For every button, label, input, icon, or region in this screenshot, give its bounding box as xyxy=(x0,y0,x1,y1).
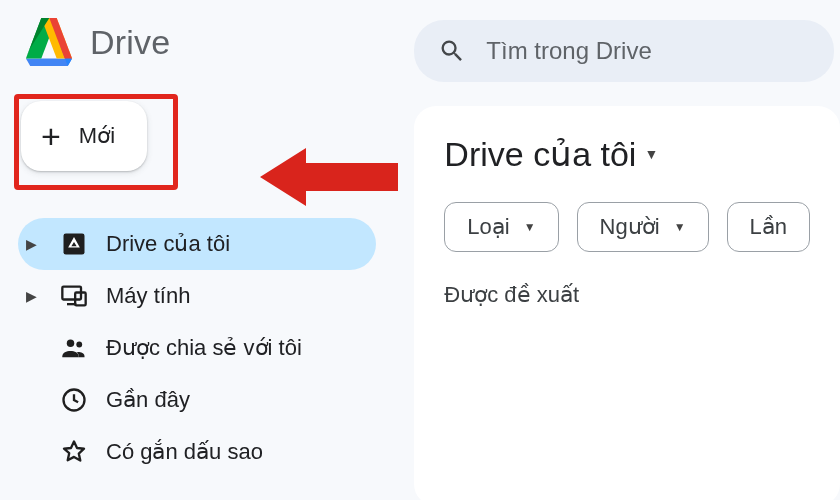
sidebar-item-label: Drive của tôi xyxy=(106,231,230,257)
computers-icon xyxy=(60,282,88,310)
logo-lockup[interactable]: Drive xyxy=(18,18,376,66)
my-drive-heading-button[interactable]: Drive của tôi ▼ xyxy=(444,134,810,174)
recent-icon xyxy=(60,386,88,414)
chip-label: Loại xyxy=(467,214,509,240)
chevron-right-icon: ▶ xyxy=(26,288,42,304)
sidebar-item-label: Được chia sẻ với tôi xyxy=(106,335,302,361)
star-icon xyxy=(60,438,88,466)
new-button-highlight: + Mới xyxy=(14,94,178,190)
sidebar-item-recent[interactable]: ▶ Gần đây xyxy=(18,374,376,426)
sidebar-item-starred[interactable]: ▶ Có gắn dấu sao xyxy=(18,426,376,478)
new-button-label: Mới xyxy=(79,123,115,149)
search-input[interactable] xyxy=(486,37,816,65)
new-button[interactable]: + Mới xyxy=(21,101,147,171)
chip-label: Người xyxy=(600,214,660,240)
search-icon xyxy=(438,37,466,65)
plus-icon: + xyxy=(41,119,61,153)
search-bar[interactable] xyxy=(414,20,834,82)
suggested-label: Được đề xuất xyxy=(444,282,810,308)
svg-point-2 xyxy=(67,340,74,347)
app-name: Drive xyxy=(90,23,170,62)
sidebar-item-label: Gần đây xyxy=(106,387,190,413)
drive-logo-icon xyxy=(22,18,76,66)
chip-label: Lần xyxy=(750,214,787,240)
my-drive-icon xyxy=(60,230,88,258)
sidebar-item-my-drive[interactable]: ▶ Drive của tôi xyxy=(18,218,376,270)
filter-chip-modified[interactable]: Lần xyxy=(727,202,810,252)
sidebar-item-label: Có gắn dấu sao xyxy=(106,439,263,465)
chevron-right-icon: ▶ xyxy=(26,236,42,252)
content-panel: Drive của tôi ▼ Loại ▼ Người ▼ Lần Được … xyxy=(414,106,840,500)
chevron-down-icon: ▼ xyxy=(524,220,536,234)
filter-chip-people[interactable]: Người ▼ xyxy=(577,202,709,252)
sidebar-item-label: Máy tính xyxy=(106,283,190,309)
chevron-down-icon: ▼ xyxy=(674,220,686,234)
page-title: Drive của tôi xyxy=(444,134,636,174)
sidebar-item-shared-with-me[interactable]: ▶ Được chia sẻ với tôi xyxy=(18,322,376,374)
chevron-down-icon: ▼ xyxy=(644,146,658,162)
sidebar-item-computers[interactable]: ▶ Máy tính xyxy=(18,270,376,322)
shared-icon xyxy=(60,334,88,362)
svg-point-3 xyxy=(76,342,82,348)
filter-chip-type[interactable]: Loại ▼ xyxy=(444,202,558,252)
